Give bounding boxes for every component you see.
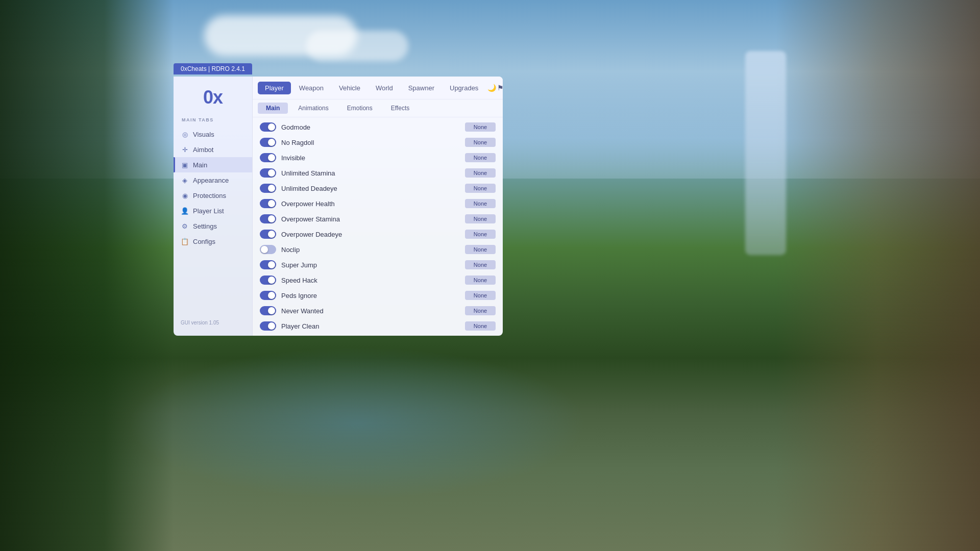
sidebar-logo: 0x [203, 87, 223, 108]
sidebar-label-aimbot: Aimbot [193, 146, 213, 154]
sub-tab-effects[interactable]: Effects [383, 103, 418, 114]
toggle-overpower-stamina[interactable] [260, 214, 276, 223]
toggle-invisible[interactable] [260, 153, 276, 162]
feature-btn-player-clean[interactable]: None [465, 321, 496, 331]
toggle-knob-overpower-stamina [268, 215, 275, 222]
toggle-knob-noclip [261, 246, 268, 253]
top-tab-world[interactable]: World [369, 82, 400, 94]
top-tab-upgrades[interactable]: Upgrades [443, 82, 485, 94]
feature-row-godmode: GodmodeNone [253, 119, 503, 135]
top-tabs-bar: PlayerWeaponVehicleWorldSpawnerUpgrades🌙… [253, 77, 503, 99]
sidebar-label-settings: Settings [193, 222, 217, 230]
toggle-speed-hack[interactable] [260, 276, 276, 285]
toggle-knob-peds-ignore [268, 292, 275, 299]
top-tab-vehicle[interactable]: Vehicle [332, 82, 368, 94]
feature-row-noclip: NoclipNone [253, 242, 503, 257]
bg-trees-right [776, 0, 980, 551]
aimbot-icon: ✛ [181, 145, 189, 154]
theme-icon[interactable]: 🌙 [487, 81, 496, 95]
feature-list: GodmodeNoneNo RagdollNoneInvisibleNoneUn… [253, 117, 503, 336]
feature-btn-unlimited-deadeye[interactable]: None [465, 184, 496, 193]
feature-btn-super-jump[interactable]: None [465, 260, 496, 269]
feature-row-super-jump: Super JumpNone [253, 257, 503, 272]
toggle-overpower-health[interactable] [260, 199, 276, 208]
sidebar: 0x MAIN TABS ◎ Visuals ✛ Aimbot ▣ Main ◈… [174, 77, 253, 336]
feature-row-no-ragdoll: No RagdollNone [253, 135, 503, 150]
feature-btn-overpower-stamina[interactable]: None [465, 214, 496, 223]
feature-label-overpower-health: Overpower Health [281, 200, 460, 208]
sidebar-item-visuals[interactable]: ◎ Visuals [174, 127, 252, 142]
protections-icon: ◉ [181, 191, 189, 199]
feature-label-no-ragdoll: No Ragdoll [281, 139, 460, 146]
feature-row-speed-hack: Speed HackNone [253, 272, 503, 288]
feature-btn-godmode[interactable]: None [465, 122, 496, 132]
toggle-knob-unlimited-deadeye [268, 185, 275, 192]
toggle-knob-never-wanted [268, 307, 275, 314]
toggle-unlimited-deadeye[interactable] [260, 184, 276, 193]
visuals-icon: ◎ [181, 130, 189, 138]
player-list-icon: 👤 [181, 207, 189, 215]
toggle-knob-no-ragdoll [268, 139, 275, 146]
bg-cloud-2 [306, 31, 408, 61]
feature-btn-overpower-deadeye[interactable]: None [465, 230, 496, 239]
toggle-godmode[interactable] [260, 122, 276, 132]
sidebar-section-label: MAIN TABS [174, 117, 252, 122]
top-tab-player[interactable]: Player [258, 82, 291, 94]
title-bar: 0xCheats | RDRO 2.4.1 [174, 63, 252, 74]
feature-label-unlimited-stamina: Unlimited Stamina [281, 169, 460, 177]
cheat-window: 0xCheats | RDRO 2.4.1 0x MAIN TABS ◎ Vis… [174, 77, 503, 336]
feature-btn-speed-hack[interactable]: None [465, 276, 496, 285]
feature-btn-overpower-health[interactable]: None [465, 199, 496, 208]
feature-row-overpower-health: Overpower HealthNone [253, 196, 503, 211]
flag-icon[interactable]: ⚑ [497, 81, 504, 95]
toggle-overpower-deadeye[interactable] [260, 230, 276, 239]
feature-btn-unlimited-stamina[interactable]: None [465, 168, 496, 178]
sub-tab-main[interactable]: Main [258, 103, 288, 114]
feature-btn-peds-ignore[interactable]: None [465, 291, 496, 300]
main-panel: PlayerWeaponVehicleWorldSpawnerUpgrades🌙… [253, 77, 503, 336]
sidebar-item-protections[interactable]: ◉ Protections [174, 188, 252, 203]
sidebar-label-main: Main [193, 161, 207, 169]
toggle-player-clean[interactable] [260, 321, 276, 331]
sidebar-version: GUI version 1.05 [174, 314, 252, 325]
toggle-no-ragdoll[interactable] [260, 138, 276, 147]
feature-btn-noclip[interactable]: None [465, 245, 496, 254]
feature-btn-never-wanted[interactable]: None [465, 306, 496, 315]
feature-label-noclip: Noclip [281, 246, 460, 254]
feature-label-player-clean: Player Clean [281, 322, 460, 330]
settings-icon: ⚙ [181, 222, 189, 230]
feature-btn-invisible[interactable]: None [465, 153, 496, 162]
feature-row-peds-ignore: Peds IgnoreNone [253, 288, 503, 303]
top-tab-weapon[interactable]: Weapon [292, 82, 331, 94]
sidebar-item-settings[interactable]: ⚙ Settings [174, 218, 252, 234]
toggle-unlimited-stamina[interactable] [260, 168, 276, 178]
sidebar-nav: ◎ Visuals ✛ Aimbot ▣ Main ◈ Appearance ◉… [174, 127, 252, 249]
feature-row-invisible: InvisibleNone [253, 150, 503, 165]
toggle-super-jump[interactable] [260, 260, 276, 269]
sub-tab-animations[interactable]: Animations [290, 103, 336, 114]
sidebar-label-player-list: Player List [193, 207, 224, 215]
appearance-icon: ◈ [181, 176, 189, 184]
feature-btn-no-ragdoll[interactable]: None [465, 138, 496, 147]
feature-row-player-clean: Player CleanNone [253, 318, 503, 334]
feature-label-invisible: Invisible [281, 154, 460, 162]
toggle-knob-unlimited-stamina [268, 169, 275, 177]
sidebar-item-configs[interactable]: 📋 Configs [174, 234, 252, 249]
toggle-knob-overpower-deadeye [268, 231, 275, 238]
feature-label-peds-ignore: Peds Ignore [281, 292, 460, 299]
sidebar-item-main[interactable]: ▣ Main [174, 157, 252, 172]
toggle-noclip[interactable] [260, 245, 276, 254]
feature-label-overpower-stamina: Overpower Stamina [281, 215, 460, 223]
sidebar-item-aimbot[interactable]: ✛ Aimbot [174, 142, 252, 157]
sidebar-item-player-list[interactable]: 👤 Player List [174, 203, 252, 218]
toggle-never-wanted[interactable] [260, 306, 276, 315]
feature-row-overpower-stamina: Overpower StaminaNone [253, 211, 503, 227]
configs-icon: 📋 [181, 237, 189, 245]
feature-row-unlimited-deadeye: Unlimited DeadeyeNone [253, 181, 503, 196]
sidebar-label-appearance: Appearance [193, 177, 229, 184]
top-tab-spawner[interactable]: Spawner [401, 82, 442, 94]
bg-waterfall [745, 51, 786, 255]
sidebar-item-appearance[interactable]: ◈ Appearance [174, 172, 252, 188]
sub-tab-emotions[interactable]: Emotions [339, 103, 381, 114]
toggle-peds-ignore[interactable] [260, 291, 276, 300]
